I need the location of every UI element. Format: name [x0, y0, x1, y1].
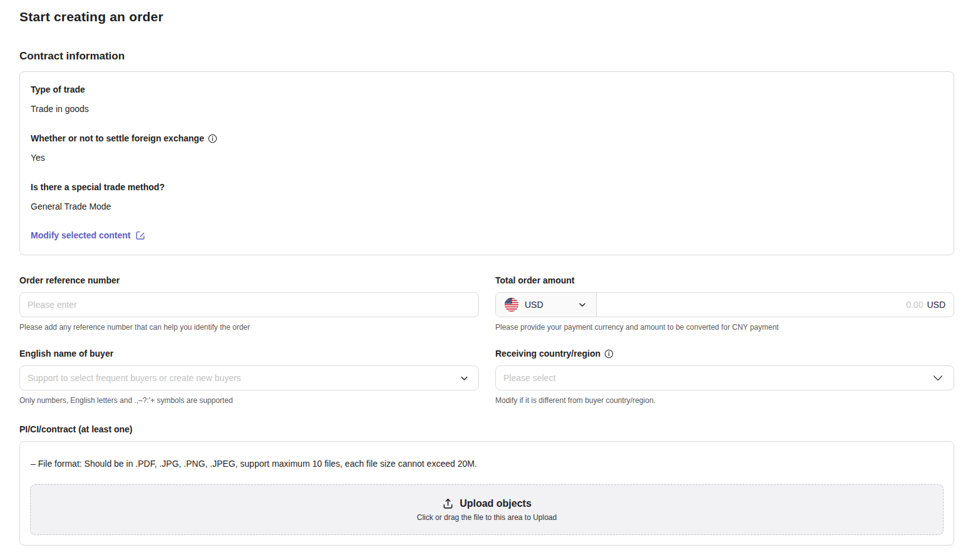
settle-foreign-exchange-value: Yes [31, 153, 943, 163]
currency-select[interactable]: USD [496, 293, 597, 317]
buyer-name-field: English name of buyer Support to select … [19, 349, 479, 405]
order-creation-page: Start creating an order Contract informa… [0, 0, 968, 546]
modify-selected-content-link[interactable]: Modify selected content [31, 230, 145, 240]
chevron-down-icon [931, 371, 945, 385]
buyer-name-help: Only numbers, English letters and .,–?:'… [19, 396, 479, 405]
order-reference-help: Please add any reference number that can… [19, 323, 479, 332]
contract-files-card: – File format: Should be in .PDF, .JPG, … [19, 441, 954, 546]
special-trade-method-group: Is there a special trade method? General… [31, 182, 943, 211]
upload-icon [442, 497, 454, 509]
settle-foreign-exchange-group: Whether or not to settle foreign exchang… [31, 133, 943, 163]
chevron-down-icon [459, 373, 470, 384]
buyer-name-placeholder: Support to select frequent buyers or cre… [28, 373, 459, 383]
order-reference-field: Order reference number Please add any re… [19, 275, 479, 332]
contract-information-heading: Contract information [19, 50, 968, 63]
upload-hint: Click or drag the file to this area to U… [417, 513, 557, 522]
buyer-name-label: English name of buyer [19, 349, 479, 359]
contract-files-label: PI/CI/contract (at least one) [19, 424, 968, 434]
receiving-country-label: Receiving country/region [495, 349, 600, 359]
amount-input[interactable] [597, 293, 927, 317]
edit-square-icon [135, 230, 145, 240]
file-format-note: – File format: Should be in .PDF, .JPG, … [31, 459, 944, 469]
total-amount-help: Please provide your payment currency and… [495, 323, 954, 332]
type-of-trade-group: Type of trade Trade in goods [31, 84, 943, 114]
total-amount-label: Total order amount [495, 275, 954, 285]
currency-code: USD [525, 300, 571, 310]
special-trade-method-value: General Trade Mode [31, 201, 943, 211]
file-dropzone[interactable]: Upload objects Click or drag the file to… [30, 484, 944, 535]
total-amount-field: Total order amount [495, 275, 954, 332]
receiving-country-placeholder: Please select [503, 373, 931, 383]
receiving-country-select[interactable]: Please select [495, 365, 954, 390]
us-flag-icon [505, 298, 518, 312]
settle-foreign-exchange-label: Whether or not to settle foreign exchang… [31, 133, 204, 143]
order-reference-input[interactable] [19, 292, 479, 317]
modify-selected-content-label: Modify selected content [31, 230, 130, 240]
special-trade-method-label: Is there a special trade method? [31, 182, 943, 192]
upload-title: Upload objects [460, 498, 532, 509]
total-amount-group: USD USD [495, 292, 954, 317]
order-reference-label: Order reference number [19, 275, 479, 285]
order-form-grid: Order reference number Please add any re… [19, 275, 954, 405]
chevron-down-icon [577, 300, 587, 310]
buyer-name-select[interactable]: Support to select frequent buyers or cre… [19, 365, 479, 390]
info-icon[interactable] [208, 134, 217, 143]
contract-summary-card: Type of trade Trade in goods Whether or … [19, 71, 954, 255]
info-icon[interactable] [604, 349, 614, 359]
amount-currency-suffix: USD [927, 300, 954, 310]
receiving-country-field: Receiving country/region Please select M… [495, 349, 954, 405]
type-of-trade-value: Trade in goods [31, 104, 943, 114]
receiving-country-help: Modify if it is different from buyer cou… [495, 396, 954, 405]
type-of-trade-label: Type of trade [31, 84, 943, 94]
page-title: Start creating an order [19, 9, 968, 24]
